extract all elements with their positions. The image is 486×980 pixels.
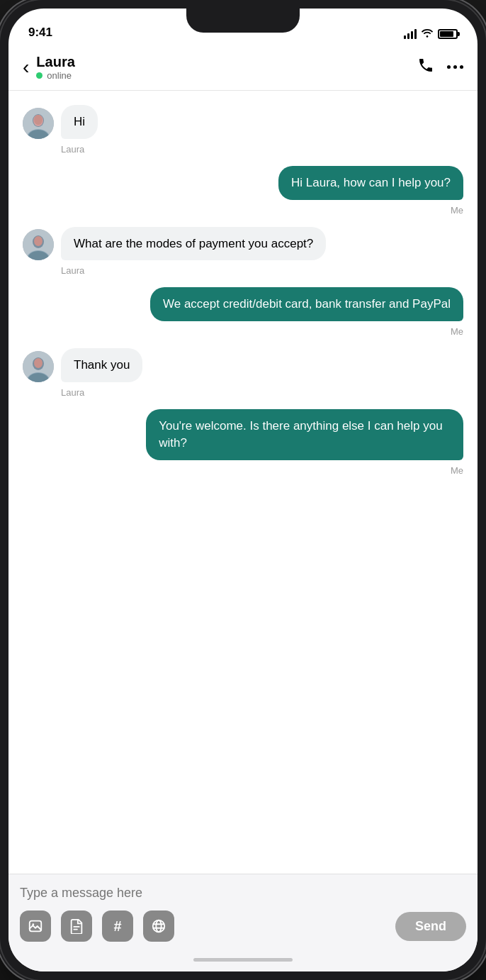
phone-frame: 9:41	[0, 0, 486, 980]
message-text: We accept credit/debit card, bank transf…	[163, 297, 451, 311]
svg-point-14	[34, 358, 43, 368]
contact-status: online	[36, 70, 417, 81]
svg-point-20	[153, 920, 165, 932]
image-button[interactable]	[20, 911, 51, 942]
send-button[interactable]: Send	[395, 912, 466, 941]
message-bubble: What are the modes of payment you accept…	[61, 227, 326, 261]
home-bar	[193, 958, 293, 962]
contact-info: Laura online	[36, 53, 417, 81]
message-group-5: Thank you Laura	[23, 348, 463, 398]
nav-bar: ‹ Laura online	[9, 44, 477, 91]
message-bubble: We accept credit/debit card, bank transf…	[150, 287, 463, 321]
message-group-6: You're welcome. Is there anything else I…	[23, 409, 463, 476]
avatar	[23, 351, 54, 382]
more-button[interactable]	[447, 65, 463, 69]
message-text: You're welcome. Is there anything else I…	[159, 419, 442, 450]
status-icons	[404, 28, 458, 40]
globe-button[interactable]	[143, 911, 174, 942]
svg-point-21	[156, 920, 161, 932]
message-bubble: Hi Laura, how can I help you?	[278, 166, 463, 200]
document-button[interactable]	[61, 911, 92, 942]
message-group-2: Hi Laura, how can I help you? Me	[23, 166, 463, 216]
sender-label: Me	[23, 465, 463, 476]
notch	[186, 9, 300, 33]
online-indicator	[36, 72, 43, 79]
wifi-icon	[421, 28, 434, 40]
sender-label: Me	[23, 326, 463, 337]
message-text: Thank you	[74, 358, 130, 372]
message-group-3: What are the modes of payment you accept…	[23, 227, 463, 277]
battery-icon	[438, 29, 458, 39]
table-row: Hi Laura, how can I help you?	[23, 166, 463, 200]
avatar	[23, 229, 54, 260]
status-time: 9:41	[28, 26, 52, 40]
signal-icon	[404, 29, 417, 39]
message-group-1: Hi Laura	[23, 105, 463, 155]
status-text: online	[47, 70, 72, 81]
input-area: # Send	[9, 874, 477, 947]
message-text: Hi	[74, 115, 85, 128]
message-text: Hi Laura, how can I help you?	[291, 176, 451, 189]
hashtag-button[interactable]: #	[102, 911, 133, 942]
screen: 9:41	[9, 9, 477, 971]
table-row: You're welcome. Is there anything else I…	[23, 409, 463, 460]
home-indicator	[9, 947, 477, 971]
sender-label: Laura	[61, 144, 463, 155]
nav-actions	[417, 57, 463, 78]
sender-label: Me	[23, 205, 463, 216]
sender-label: Laura	[61, 387, 463, 398]
sender-label: Laura	[61, 265, 463, 276]
contact-name: Laura	[36, 53, 417, 70]
chat-area: Hi Laura Hi Laura, how can I help you? M…	[9, 91, 477, 874]
message-bubble: Thank you	[61, 348, 142, 382]
svg-point-9	[34, 236, 43, 246]
hashtag-icon: #	[113, 918, 121, 935]
table-row: We accept credit/debit card, bank transf…	[23, 287, 463, 321]
table-row: Hi	[23, 105, 463, 139]
table-row: Thank you	[23, 348, 463, 382]
message-bubble: You're welcome. Is there anything else I…	[146, 409, 463, 460]
message-text: What are the modes of payment you accept…	[74, 237, 313, 250]
table-row: What are the modes of payment you accept…	[23, 227, 463, 261]
call-button[interactable]	[417, 57, 434, 78]
toolbar-row: # Send	[20, 908, 466, 942]
svg-point-4	[34, 115, 43, 125]
message-bubble: Hi	[61, 105, 98, 139]
avatar	[23, 108, 54, 139]
message-input[interactable]	[20, 883, 466, 908]
back-button[interactable]: ‹	[23, 56, 29, 79]
message-group-4: We accept credit/debit card, bank transf…	[23, 287, 463, 337]
